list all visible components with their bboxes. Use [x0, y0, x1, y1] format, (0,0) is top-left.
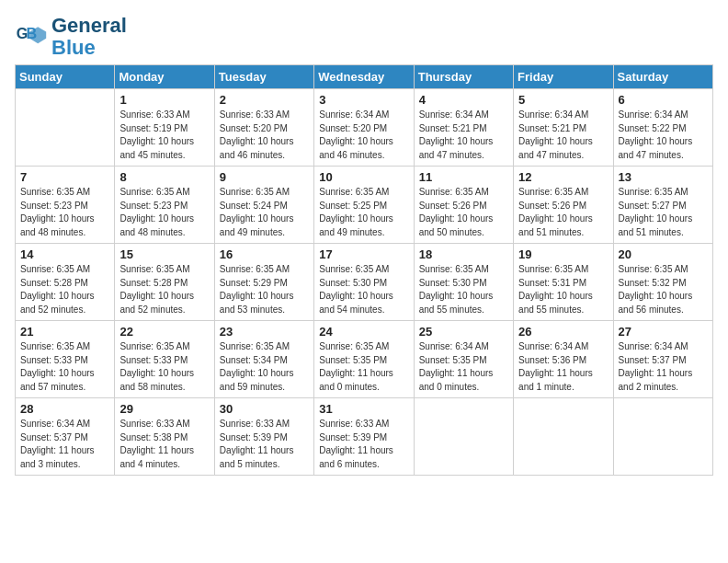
- calendar-header-row: SundayMondayTuesdayWednesdayThursdayFrid…: [16, 65, 713, 89]
- day-info: Sunrise: 6:34 AM Sunset: 5:37 PM Dayligh…: [20, 418, 109, 471]
- day-number: 9: [220, 170, 309, 184]
- day-info: Sunrise: 6:35 AM Sunset: 5:30 PM Dayligh…: [319, 263, 408, 316]
- day-number: 5: [518, 93, 608, 107]
- calendar-cell: 25Sunrise: 6:34 AM Sunset: 5:35 PM Dayli…: [414, 321, 513, 398]
- calendar-cell: [514, 398, 613, 476]
- calendar-table: SundayMondayTuesdayWednesdayThursdayFrid…: [15, 64, 713, 476]
- calendar-cell: 30Sunrise: 6:33 AM Sunset: 5:39 PM Dayli…: [214, 398, 313, 476]
- day-of-week-header: Wednesday: [314, 65, 414, 89]
- calendar-cell: 8Sunrise: 6:35 AM Sunset: 5:23 PM Daylig…: [115, 167, 214, 244]
- day-number: 15: [119, 247, 209, 261]
- calendar-cell: [414, 398, 513, 476]
- calendar-cell: 3Sunrise: 6:34 AM Sunset: 5:20 PM Daylig…: [314, 89, 414, 167]
- day-of-week-header: Tuesday: [214, 65, 313, 89]
- calendar-week-row: 28Sunrise: 6:34 AM Sunset: 5:37 PM Dayli…: [16, 398, 713, 476]
- day-info: Sunrise: 6:34 AM Sunset: 5:37 PM Dayligh…: [619, 340, 708, 394]
- day-number: 27: [619, 325, 708, 339]
- calendar-cell: 28Sunrise: 6:34 AM Sunset: 5:37 PM Dayli…: [16, 398, 115, 476]
- calendar-cell: 2Sunrise: 6:33 AM Sunset: 5:20 PM Daylig…: [214, 89, 313, 167]
- day-info: Sunrise: 6:35 AM Sunset: 5:30 PM Dayligh…: [419, 263, 508, 316]
- calendar-cell: 21Sunrise: 6:35 AM Sunset: 5:33 PM Dayli…: [16, 321, 115, 398]
- day-number: 11: [419, 170, 508, 184]
- day-number: 31: [319, 402, 408, 416]
- calendar-cell: 29Sunrise: 6:33 AM Sunset: 5:38 PM Dayli…: [115, 398, 214, 476]
- day-number: 25: [419, 325, 508, 339]
- day-of-week-header: Monday: [115, 65, 214, 89]
- day-info: Sunrise: 6:35 AM Sunset: 5:24 PM Dayligh…: [220, 186, 309, 239]
- calendar-cell: 15Sunrise: 6:35 AM Sunset: 5:28 PM Dayli…: [115, 244, 214, 321]
- day-number: 8: [119, 170, 209, 184]
- logo: G B General Blue: [15, 15, 127, 59]
- day-info: Sunrise: 6:35 AM Sunset: 5:23 PM Dayligh…: [119, 186, 209, 239]
- day-number: 17: [319, 247, 408, 261]
- day-info: Sunrise: 6:35 AM Sunset: 5:26 PM Dayligh…: [518, 186, 608, 239]
- calendar-cell: 16Sunrise: 6:35 AM Sunset: 5:29 PM Dayli…: [214, 244, 313, 321]
- calendar-cell: 20Sunrise: 6:35 AM Sunset: 5:32 PM Dayli…: [613, 244, 712, 321]
- day-number: 1: [119, 93, 209, 107]
- day-info: Sunrise: 6:35 AM Sunset: 5:31 PM Dayligh…: [518, 263, 608, 316]
- calendar-cell: 4Sunrise: 6:34 AM Sunset: 5:21 PM Daylig…: [414, 89, 513, 167]
- calendar-cell: [613, 398, 712, 476]
- calendar-cell: 10Sunrise: 6:35 AM Sunset: 5:25 PM Dayli…: [314, 167, 414, 244]
- day-info: Sunrise: 6:35 AM Sunset: 5:29 PM Dayligh…: [220, 263, 309, 316]
- day-number: 20: [619, 247, 708, 261]
- day-number: 21: [20, 325, 109, 339]
- day-number: 10: [319, 170, 408, 184]
- day-of-week-header: Friday: [514, 65, 613, 89]
- day-number: 14: [20, 247, 109, 261]
- day-info: Sunrise: 6:34 AM Sunset: 5:21 PM Dayligh…: [518, 109, 608, 162]
- day-info: Sunrise: 6:34 AM Sunset: 5:21 PM Dayligh…: [419, 109, 508, 162]
- day-number: 23: [220, 325, 309, 339]
- calendar-cell: 19Sunrise: 6:35 AM Sunset: 5:31 PM Dayli…: [514, 244, 613, 321]
- calendar-cell: [16, 89, 115, 167]
- calendar-cell: 13Sunrise: 6:35 AM Sunset: 5:27 PM Dayli…: [613, 167, 712, 244]
- day-number: 19: [518, 247, 608, 261]
- day-number: 24: [319, 325, 408, 339]
- calendar-cell: 22Sunrise: 6:35 AM Sunset: 5:33 PM Dayli…: [115, 321, 214, 398]
- logo-icon: G B: [15, 20, 48, 53]
- day-number: 13: [619, 170, 708, 184]
- day-number: 3: [319, 93, 408, 107]
- calendar-cell: 6Sunrise: 6:34 AM Sunset: 5:22 PM Daylig…: [613, 89, 712, 167]
- day-number: 4: [419, 93, 508, 107]
- day-info: Sunrise: 6:33 AM Sunset: 5:38 PM Dayligh…: [119, 418, 209, 471]
- calendar-cell: 12Sunrise: 6:35 AM Sunset: 5:26 PM Dayli…: [514, 167, 613, 244]
- calendar-cell: 5Sunrise: 6:34 AM Sunset: 5:21 PM Daylig…: [514, 89, 613, 167]
- day-info: Sunrise: 6:35 AM Sunset: 5:28 PM Dayligh…: [20, 263, 109, 316]
- day-info: Sunrise: 6:35 AM Sunset: 5:25 PM Dayligh…: [319, 186, 408, 239]
- logo-text: General Blue: [51, 15, 127, 59]
- day-number: 28: [20, 402, 109, 416]
- day-number: 22: [119, 325, 209, 339]
- calendar-week-row: 7Sunrise: 6:35 AM Sunset: 5:23 PM Daylig…: [16, 167, 713, 244]
- calendar-cell: 26Sunrise: 6:34 AM Sunset: 5:36 PM Dayli…: [514, 321, 613, 398]
- day-info: Sunrise: 6:35 AM Sunset: 5:23 PM Dayligh…: [20, 186, 109, 239]
- day-info: Sunrise: 6:35 AM Sunset: 5:27 PM Dayligh…: [619, 186, 708, 239]
- day-info: Sunrise: 6:33 AM Sunset: 5:20 PM Dayligh…: [220, 109, 309, 162]
- day-info: Sunrise: 6:34 AM Sunset: 5:20 PM Dayligh…: [319, 109, 408, 162]
- day-info: Sunrise: 6:35 AM Sunset: 5:33 PM Dayligh…: [20, 340, 109, 394]
- day-info: Sunrise: 6:35 AM Sunset: 5:33 PM Dayligh…: [119, 340, 209, 394]
- day-number: 7: [20, 170, 109, 184]
- day-info: Sunrise: 6:35 AM Sunset: 5:28 PM Dayligh…: [119, 263, 209, 316]
- day-info: Sunrise: 6:35 AM Sunset: 5:35 PM Dayligh…: [319, 340, 408, 394]
- calendar-cell: 17Sunrise: 6:35 AM Sunset: 5:30 PM Dayli…: [314, 244, 414, 321]
- page-header: G B General Blue: [15, 15, 713, 59]
- day-of-week-header: Sunday: [16, 65, 115, 89]
- day-of-week-header: Saturday: [613, 65, 712, 89]
- calendar-cell: 24Sunrise: 6:35 AM Sunset: 5:35 PM Dayli…: [314, 321, 414, 398]
- day-number: 26: [518, 325, 608, 339]
- day-info: Sunrise: 6:33 AM Sunset: 5:39 PM Dayligh…: [319, 418, 408, 471]
- day-number: 30: [220, 402, 309, 416]
- day-info: Sunrise: 6:33 AM Sunset: 5:39 PM Dayligh…: [220, 418, 309, 471]
- day-info: Sunrise: 6:34 AM Sunset: 5:36 PM Dayligh…: [518, 340, 608, 394]
- day-number: 16: [220, 247, 309, 261]
- day-info: Sunrise: 6:34 AM Sunset: 5:35 PM Dayligh…: [419, 340, 508, 394]
- calendar-cell: 1Sunrise: 6:33 AM Sunset: 5:19 PM Daylig…: [115, 89, 214, 167]
- calendar-cell: 14Sunrise: 6:35 AM Sunset: 5:28 PM Dayli…: [16, 244, 115, 321]
- day-of-week-header: Thursday: [414, 65, 513, 89]
- calendar-week-row: 14Sunrise: 6:35 AM Sunset: 5:28 PM Dayli…: [16, 244, 713, 321]
- calendar-cell: 23Sunrise: 6:35 AM Sunset: 5:34 PM Dayli…: [214, 321, 313, 398]
- day-info: Sunrise: 6:35 AM Sunset: 5:26 PM Dayligh…: [419, 186, 508, 239]
- calendar-cell: 9Sunrise: 6:35 AM Sunset: 5:24 PM Daylig…: [214, 167, 313, 244]
- calendar-cell: 27Sunrise: 6:34 AM Sunset: 5:37 PM Dayli…: [613, 321, 712, 398]
